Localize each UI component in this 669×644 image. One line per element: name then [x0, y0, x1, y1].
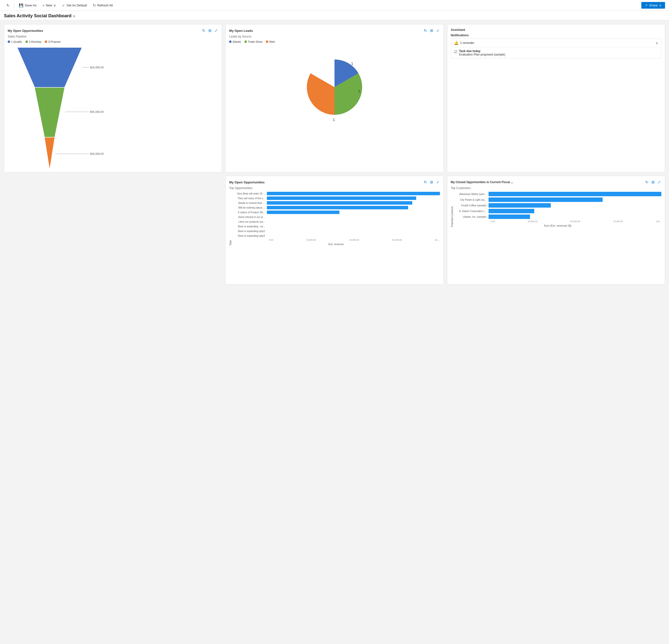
top-opps-x-label: Est. revenue	[232, 243, 440, 246]
bar-label-2: Needs to restock their ...	[232, 202, 267, 204]
legend-tradeshow: Trade Show	[244, 40, 262, 43]
propose-label: 3-Propose	[48, 40, 61, 43]
open-leads-expand-btn[interactable]: ⤢	[436, 28, 440, 33]
funnel-label-propose: $36,000.00	[90, 152, 104, 155]
open-opps-refresh-btn[interactable]: ↻	[202, 28, 206, 33]
open-opps-subtitle: Sales Pipeline	[8, 35, 218, 38]
closed-bar-chart-wrap: Potential Customer Adventure Works (sam.…	[451, 192, 661, 227]
bar-label-7: Store is expanding - se...	[232, 225, 267, 228]
bar-label-8: Store is expanding opty2	[232, 230, 267, 232]
page-title-bar: Sales Activity Social Dashboard ∨	[0, 11, 669, 20]
top-opps-subtitle: Top Opportunities	[229, 186, 440, 190]
open-leads-header: My Open Leads ↻ ⊞ ⤢	[229, 28, 440, 33]
closed-opps-expand-btn[interactable]: ⤢	[657, 180, 661, 185]
topbar-right: ↗ Share ∨	[641, 2, 665, 9]
open-opps-grid-btn[interactable]: ⊞	[208, 28, 212, 33]
tick-0: 0.00	[269, 239, 273, 241]
bar-fill-3	[267, 206, 408, 209]
notif-header-left: 🔔 1 reminder	[454, 41, 474, 45]
closed-opps-grid-btn[interactable]: ⊞	[651, 180, 655, 185]
web-label: Web	[269, 40, 275, 43]
ctick-0: 0.00	[490, 220, 495, 223]
legend-develop: 2-Develop	[25, 40, 41, 43]
save-as-label: Save As	[25, 3, 37, 7]
table-row: Likes our products (sa...	[232, 220, 440, 224]
top-opps-title: My Open Opportunities	[229, 181, 265, 184]
open-opps-expand-btn[interactable]: ⤢	[214, 28, 218, 33]
tick-4: 40,...	[435, 239, 440, 241]
notif-header[interactable]: 🔔 1 reminder ∧	[454, 41, 658, 45]
table-row: Store is expanding opty2	[232, 229, 440, 233]
notif-task-text: Task due today Evaluation Plan proposed …	[459, 49, 505, 56]
open-leads-grid-btn[interactable]: ⊞	[429, 28, 434, 33]
bar-fill-1	[267, 197, 416, 200]
table-row: Adventure Works (sam...	[454, 192, 661, 196]
new-button[interactable]: + New ∨	[40, 2, 59, 9]
tradeshow-dot	[244, 41, 247, 43]
funnel-label-develop: $55,000.00	[90, 110, 104, 113]
open-leads-title: My Open Leads	[229, 29, 253, 32]
bar-fill-4	[267, 211, 339, 214]
tick-2: 20,000.00	[349, 239, 359, 241]
save-icon: 💾	[19, 3, 24, 8]
funnel-container: $25,000.00 $55,000.00 $36,000.00	[8, 45, 218, 169]
funnel-segment-propose	[45, 138, 55, 169]
save-as-button[interactable]: 💾 Save As	[16, 2, 39, 9]
dashboard: My Open Opportunities ↻ ⊞ ⤢ Sales Pipeli…	[0, 20, 669, 288]
refresh-label: Refresh All	[97, 3, 113, 7]
page-title-chevron-icon[interactable]: ∨	[73, 14, 75, 18]
opps-bars: Very likely will order 18 ... They sell …	[232, 192, 440, 246]
closed-bars: Adventure Works (sam... City Power & Lig…	[454, 192, 661, 227]
cbar-label-2: Fourth Coffee (sample)	[454, 204, 488, 207]
closed-opps-refresh-btn[interactable]: ↻	[645, 180, 649, 185]
legend-web: Web	[266, 40, 275, 43]
bar-fill-0	[267, 192, 440, 195]
task-icon: ☑	[454, 49, 457, 54]
back-button[interactable]: ↻	[4, 2, 12, 9]
top-opps-expand-btn[interactable]: ⤢	[436, 180, 440, 185]
table-row: Some interest in our pr...	[232, 215, 440, 219]
web-dot	[266, 41, 268, 43]
propose-dot	[45, 41, 47, 43]
share-chevron-icon: ∨	[659, 3, 661, 7]
y-axis-label-topic: Topic	[229, 192, 232, 246]
closed-opportunities-card: My Closed Opportunities in Current Fisca…	[447, 176, 665, 284]
qualify-label: 1-Qualify	[11, 40, 22, 43]
plus-icon: +	[42, 3, 45, 8]
table-row: Will be ordering about ...	[232, 206, 440, 209]
set-default-label: Set As Default	[67, 3, 87, 7]
table-row: Store is expanding opty3	[232, 234, 440, 238]
share-label: Share	[649, 3, 658, 7]
top-opps-axis-ticks: 0.00 10,000.00 20,000.00 30,000.00 40,..…	[232, 239, 440, 241]
back-icon: ↻	[6, 3, 10, 8]
cbar-label-4: Litware, Inc. (sample)	[454, 215, 488, 218]
open-opportunities-card: My Open Opportunities ↻ ⊞ ⤢ Sales Pipeli…	[4, 24, 222, 172]
set-default-button[interactable]: ✓ Set As Default	[59, 2, 89, 9]
top-opps-refresh-btn[interactable]: ↻	[423, 180, 428, 185]
qualify-dot	[8, 41, 10, 43]
topbar: ↻ 💾 Save As + New ∨ ✓ Set As Default ↻ R…	[0, 0, 669, 11]
open-leads-icons: ↻ ⊞ ⤢	[423, 28, 440, 33]
cbar-label-1: City Power & Light (sa...	[454, 199, 488, 201]
check-icon: ✓	[62, 3, 65, 8]
develop-label: 2-Develop	[29, 40, 41, 43]
bar-label-5: Some interest in our pr...	[232, 216, 267, 218]
assistant-header: Assistant	[451, 28, 661, 32]
share-button[interactable]: ↗ Share ∨	[641, 2, 665, 9]
opps-chart-wrap: Topic Very likely will order 18 ... They…	[229, 192, 440, 246]
funnel-label-qualify: $25,000.00	[90, 66, 104, 69]
open-opps-title: My Open Opportunities	[8, 29, 43, 32]
refresh-button[interactable]: ↻ Refresh All	[90, 2, 115, 9]
pie-container: 1 1 1	[229, 45, 440, 129]
top-opps-icons: ↻ ⊞ ⤢	[423, 180, 440, 185]
pie-label-tradeshow: 1	[358, 89, 360, 93]
assistant-title: Assistant	[451, 28, 465, 32]
assistant-card: Assistant Notifications 🔔 1 reminder ∧ ☑…	[447, 24, 665, 172]
top-opps-grid-btn[interactable]: ⊞	[429, 180, 434, 185]
closed-opps-x-label: Sum (Est. revenue) ($)	[454, 224, 661, 227]
tick-1: 10,000.00	[307, 239, 316, 241]
open-leads-refresh-btn[interactable]: ↻	[423, 28, 428, 33]
open-opps-icons: ↻ ⊞ ⤢	[202, 28, 218, 33]
cbar-fill-3	[488, 209, 534, 213]
chevron-up-icon: ∧	[656, 41, 658, 45]
